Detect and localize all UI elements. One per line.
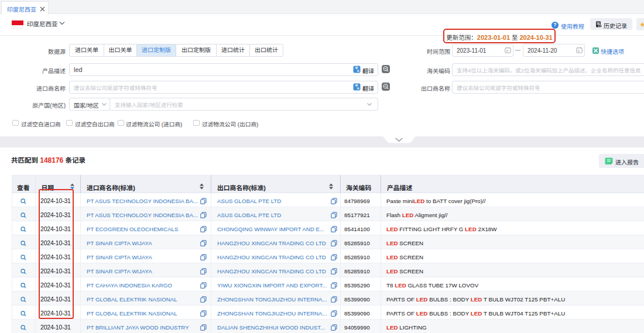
svg-text:A: A — [357, 87, 360, 90]
svg-text:A: A — [357, 69, 360, 73]
